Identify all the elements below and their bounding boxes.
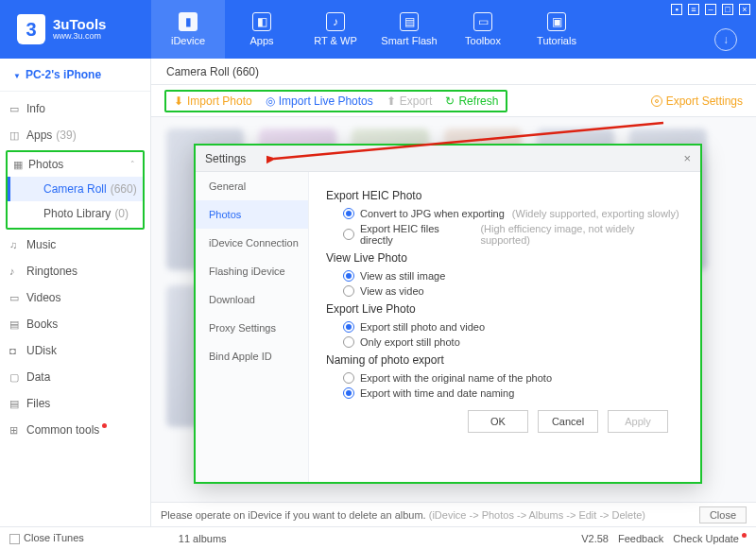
nav-apps[interactable]: ◧Apps (225, 0, 299, 59)
nav-toolbox[interactable]: ▭Toolbox (446, 0, 520, 59)
music-icon: ♫ (9, 239, 17, 250)
logo-icon: 3 (17, 14, 45, 44)
sidebar-item-photo-library[interactable]: Photo Library(0) (8, 201, 143, 226)
video-icon: ▭ (9, 292, 19, 304)
logo: 3 3uTools www.3u.com (0, 14, 151, 44)
toolbar-import-group: ⬇Import Photo ◎Import Live Photos ⬆Expor… (164, 90, 507, 112)
photos-icon: ▦ (13, 159, 23, 171)
apply-button: Apply (608, 410, 668, 433)
tab-bind-apple-id[interactable]: Bind Apple ID (196, 342, 308, 370)
cancel-button[interactable]: Cancel (538, 410, 598, 433)
sidebar-item-apps[interactable]: ◫Apps(39) (0, 122, 150, 148)
apps-icon: ◧ (252, 12, 271, 31)
import-live-button[interactable]: ◎Import Live Photos (266, 94, 373, 108)
udisk-icon: ◘ (9, 345, 16, 356)
check-update-link[interactable]: Check Update (673, 533, 747, 544)
settings-dialog: Settings × General Photos iDevice Connec… (194, 144, 702, 484)
opt-export-still-and-video[interactable]: Export still photo and video (343, 321, 683, 333)
toolbox-icon: ▭ (473, 12, 492, 31)
import-photo-button[interactable]: ⬇Import Photo (174, 94, 252, 108)
opt-time-date-name[interactable]: Export with time and date naming (343, 387, 683, 399)
sidebar-item-music[interactable]: ♫Music (0, 232, 150, 258)
app-header: 3 3uTools www.3u.com ▮iDevice ◧Apps ♪RT … (0, 0, 756, 59)
opt-view-still[interactable]: View as still image (343, 270, 683, 282)
win-lock-icon[interactable]: ▪ (671, 4, 682, 15)
dialog-footer: OK Cancel Apply (326, 403, 683, 440)
sidebar-item-ringtones[interactable]: ♪Ringtones (0, 258, 150, 284)
nav-smartflash[interactable]: ▤Smart Flash (372, 0, 446, 59)
section-view-live: View Live Photo (326, 251, 683, 265)
window-controls: ▪ ≡ – □ × (671, 4, 750, 15)
breadcrumb: Camera Roll (660) (151, 59, 756, 85)
grid-icon: ⊞ (9, 424, 18, 437)
book-icon: ▣ (547, 12, 566, 31)
info-icon: ▭ (9, 103, 19, 115)
win-menu-icon[interactable]: ≡ (688, 4, 699, 15)
close-panel-button[interactable]: Close (699, 506, 747, 523)
feedback-link[interactable]: Feedback (618, 533, 663, 544)
export-icon: ⬆ (387, 94, 396, 108)
sidebar-photos-group: ▦Photos˄ Camera Roll(660) Photo Library(… (6, 150, 145, 230)
tab-general[interactable]: General (196, 172, 308, 200)
dialog-tabs: General Photos iDevice Connection Flashi… (196, 172, 309, 482)
export-settings-button[interactable]: Export Settings (651, 94, 743, 108)
tab-flashing[interactable]: Flashing iDevice (196, 257, 308, 285)
refresh-button[interactable]: ↻Refresh (445, 94, 498, 108)
device-selector[interactable]: PC-2's iPhone (0, 59, 150, 92)
opt-convert-jpg[interactable]: Convert to JPG when exporting(Widely sup… (343, 208, 683, 219)
radio-icon (343, 372, 354, 384)
opt-original-name[interactable]: Export with the original name of the pho… (343, 372, 683, 384)
tab-idevice-connection[interactable]: iDevice Connection (196, 229, 308, 257)
radio-icon (343, 387, 354, 399)
top-nav: ▮iDevice ◧Apps ♪RT & WP ▤Smart Flash ▭To… (151, 0, 593, 59)
radio-icon (343, 321, 354, 333)
ok-button[interactable]: OK (468, 410, 528, 433)
sidebar-item-info[interactable]: ▭Info (0, 95, 150, 122)
app-url: www.3u.com (53, 32, 106, 42)
nav-idevice[interactable]: ▮iDevice (151, 0, 225, 59)
sidebar-item-udisk[interactable]: ◘UDisk (0, 337, 150, 364)
files-icon: ▤ (9, 398, 19, 410)
close-itunes-checkbox[interactable]: Close iTunes (9, 532, 84, 544)
tab-proxy[interactable]: Proxy Settings (196, 314, 308, 342)
sidebar-item-data[interactable]: ▢Data (0, 364, 150, 390)
nav-rtwp[interactable]: ♪RT & WP (299, 0, 372, 59)
flash-icon: ▤ (400, 12, 419, 31)
radio-icon (343, 208, 354, 219)
sidebar-item-books[interactable]: ▤Books (0, 311, 150, 337)
sidebar-item-photos[interactable]: ▦Photos˄ (8, 152, 143, 177)
section-naming: Naming of photo export (326, 353, 683, 367)
hint-bar: Please operate on iDevice if you want to… (151, 502, 756, 526)
version-label: V2.58 (581, 533, 609, 544)
nav-tutorials[interactable]: ▣Tutorials (520, 0, 593, 59)
sidebar-item-common-tools[interactable]: ⊞Common tools (0, 417, 150, 443)
chevron-up-icon: ˄ (130, 160, 135, 169)
export-button: ⬆Export (387, 94, 433, 108)
sidebar-item-videos[interactable]: ▭Videos (0, 284, 150, 311)
hint-text: Please operate on iDevice if you want to… (161, 509, 426, 521)
opt-export-still-only[interactable]: Only export still photo (343, 336, 683, 348)
win-min-icon[interactable]: – (705, 4, 716, 15)
phone-icon: ▮ (179, 12, 198, 31)
close-icon[interactable]: × (683, 151, 691, 165)
tab-photos[interactable]: Photos (196, 200, 308, 229)
apps-icon: ◫ (9, 129, 19, 142)
download-icon[interactable]: ↓ (714, 28, 737, 51)
win-max-icon[interactable]: □ (722, 4, 733, 15)
opt-view-video[interactable]: View as video (343, 285, 683, 297)
tab-download[interactable]: Download (196, 285, 308, 314)
music-icon: ♪ (326, 12, 345, 31)
hint-path: (iDevice -> Photos -> Albums -> Edit -> … (429, 509, 645, 521)
section-export-live: Export Live Photo (326, 302, 683, 316)
gear-icon (651, 95, 662, 107)
opt-export-heic-direct[interactable]: Export HEIC files directly(High efficien… (343, 223, 683, 246)
dialog-title-bar: Settings × (196, 146, 700, 172)
radio-icon (343, 285, 354, 297)
folder-icon: ▢ (9, 371, 19, 384)
section-export-heic: Export HEIC Photo (326, 189, 683, 202)
win-close-icon[interactable]: × (739, 4, 750, 15)
sidebar-item-camera-roll[interactable]: Camera Roll(660) (8, 177, 143, 201)
book-icon: ▤ (9, 318, 19, 331)
radio-icon (343, 270, 354, 282)
sidebar-item-files[interactable]: ▤Files (0, 390, 150, 417)
